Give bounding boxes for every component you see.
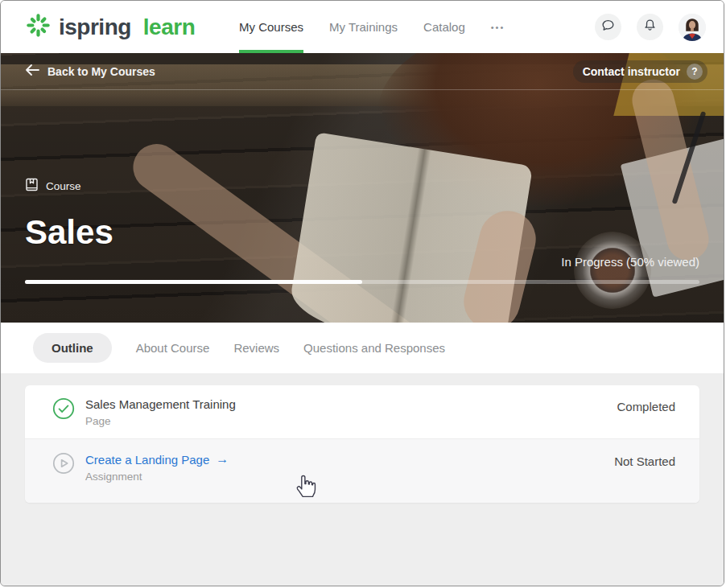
chat-bubble-icon xyxy=(600,18,616,36)
course-type-text: Course xyxy=(46,180,81,192)
course-title: Sales xyxy=(25,213,113,252)
nav-catalog[interactable]: Catalog xyxy=(423,1,465,53)
bell-icon xyxy=(642,18,658,36)
arrow-right-icon: → xyxy=(216,452,229,467)
ispring-learn-logo[interactable]: ispringlearn xyxy=(25,12,195,42)
hero-main: Course Sales In Progress (50% viewed) xyxy=(25,90,699,323)
logo-brand-text: ispring xyxy=(59,14,131,40)
course-progress-status: In Progress (50% viewed) xyxy=(561,255,699,269)
check-circle-icon xyxy=(52,397,75,420)
course-tabs: Outline About Course Reviews Questions a… xyxy=(1,323,724,373)
header-actions xyxy=(595,14,706,41)
top-navbar: ispringlearn My Courses My Trainings Cat… xyxy=(1,1,724,53)
tab-questions-responses[interactable]: Questions and Responses xyxy=(303,341,445,355)
user-avatar[interactable] xyxy=(679,14,706,41)
play-circle-icon xyxy=(52,452,75,475)
outline-section: Sales Management Training Page Completed… xyxy=(1,373,724,586)
status-not-started: Not Started xyxy=(614,454,675,468)
outline-item-title: Create a Landing Page xyxy=(85,453,209,467)
outline-item-not-started[interactable]: Create a Landing Page → Assignment Not S… xyxy=(25,438,699,503)
notifications-button[interactable] xyxy=(637,14,663,40)
hero-top-bar: Back to My Courses Contact instructor ? xyxy=(1,53,724,90)
outline-item-type: Assignment xyxy=(85,471,229,483)
outline-item-text: Sales Management Training Page xyxy=(85,397,236,427)
outline-item-title: Sales Management Training xyxy=(85,397,236,411)
arrow-left-icon xyxy=(25,64,39,78)
outline-item-type: Page xyxy=(85,415,236,427)
contact-instructor-label: Contact instructor xyxy=(583,65,680,78)
nav-my-courses[interactable]: My Courses xyxy=(239,1,303,53)
back-link-label: Back to My Courses xyxy=(47,65,155,78)
more-menu-button[interactable]: ••• xyxy=(491,1,505,53)
book-icon xyxy=(25,178,39,194)
progress-fill xyxy=(25,280,362,284)
back-to-my-courses-link[interactable]: Back to My Courses xyxy=(25,64,155,78)
main-nav: My Courses My Trainings Catalog ••• xyxy=(239,1,505,53)
logo-product-text: learn xyxy=(143,14,195,40)
tab-reviews[interactable]: Reviews xyxy=(233,341,279,355)
tab-about-course[interactable]: About Course xyxy=(136,341,210,355)
tab-outline[interactable]: Outline xyxy=(33,333,112,363)
course-hero: Back to My Courses Contact instructor ? … xyxy=(1,53,724,323)
status-completed: Completed xyxy=(617,400,675,413)
outline-item-text: Create a Landing Page → Assignment xyxy=(85,452,229,483)
outline-item-completed[interactable]: Sales Management Training Page Completed xyxy=(25,385,699,438)
ispring-spinner-icon xyxy=(25,12,52,42)
contact-instructor-button[interactable]: Contact instructor ? xyxy=(573,60,707,83)
course-type-label: Course xyxy=(25,178,81,194)
create-landing-page-link[interactable]: Create a Landing Page → xyxy=(85,452,229,467)
nav-my-trainings[interactable]: My Trainings xyxy=(329,1,398,53)
app-window: ispringlearn My Courses My Trainings Cat… xyxy=(0,0,724,586)
messages-button[interactable] xyxy=(595,14,621,40)
help-icon[interactable]: ? xyxy=(687,64,703,80)
outline-card: Sales Management Training Page Completed… xyxy=(25,385,699,503)
course-progress-bar xyxy=(25,280,699,284)
